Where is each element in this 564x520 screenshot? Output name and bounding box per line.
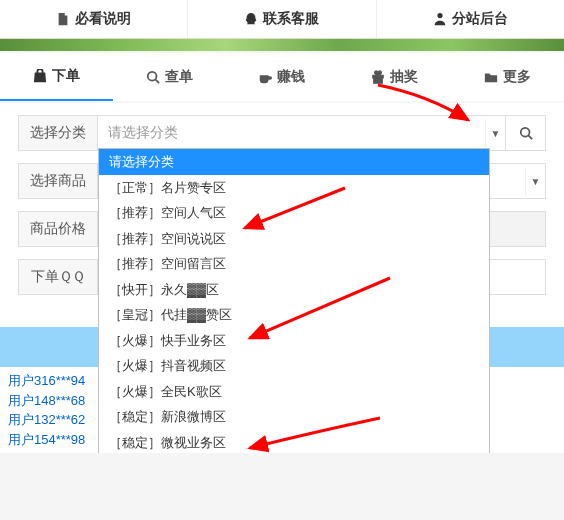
- file-icon: [56, 12, 70, 26]
- dropdown-item[interactable]: ［快开］永久▓▓区: [99, 277, 489, 303]
- contact-label: 联系客服: [263, 10, 319, 28]
- dropdown-item[interactable]: ［稳定］微视业务区: [99, 430, 489, 454]
- notice-button[interactable]: 必看说明: [0, 0, 188, 38]
- tab-lottery[interactable]: 抽奖: [338, 53, 451, 101]
- tab-order[interactable]: 下单: [0, 53, 113, 101]
- dropdown-item[interactable]: ［推荐］空间人气区: [99, 200, 489, 226]
- dropdown-header[interactable]: 请选择分类: [99, 149, 489, 175]
- top-button-bar: 必看说明 联系客服 分站后台: [0, 0, 564, 39]
- search-button[interactable]: [506, 115, 546, 151]
- chevron-down-icon: ▼: [525, 168, 545, 195]
- qq-label: 下单ＱＱ: [18, 259, 98, 295]
- admin-button[interactable]: 分站后台: [377, 0, 564, 38]
- banner-strip: [0, 39, 564, 51]
- dropdown-item[interactable]: ［火爆］全民K歌区: [99, 379, 489, 405]
- search-icon: [146, 70, 160, 84]
- bag-icon: [33, 69, 47, 83]
- row-category: 选择分类 请选择分类 ▼: [18, 115, 546, 151]
- user-icon: [433, 12, 447, 26]
- tab-earn[interactable]: 赚钱: [226, 53, 339, 101]
- tab-check[interactable]: 查单: [113, 53, 226, 101]
- contact-button[interactable]: 联系客服: [188, 0, 376, 38]
- dropdown-item[interactable]: ［稳定］新浪微博区: [99, 404, 489, 430]
- form-panel: 选择分类 请选择分类 ▼ 请选择分类 ［正常］名片赞专区 ［推荐］空间人气区 ［…: [0, 103, 564, 327]
- category-select[interactable]: 请选择分类 ▼: [98, 115, 506, 151]
- tab-check-label: 查单: [165, 68, 193, 86]
- chevron-down-icon: ▼: [485, 120, 505, 147]
- qq-icon: [244, 12, 258, 26]
- dropdown-item[interactable]: ［皇冠］代挂▓▓赞区: [99, 302, 489, 328]
- notice-label: 必看说明: [75, 10, 131, 28]
- category-dropdown[interactable]: 请选择分类 ［正常］名片赞专区 ［推荐］空间人气区 ［推荐］空间说说区 ［推荐］…: [98, 148, 490, 453]
- product-label: 选择商品: [18, 163, 98, 199]
- tab-order-label: 下单: [52, 67, 80, 85]
- tab-more-label: 更多: [503, 68, 531, 86]
- tab-more[interactable]: 更多: [451, 53, 564, 101]
- gift-icon: [371, 70, 385, 84]
- dropdown-item[interactable]: ［火爆］抖音视频区: [99, 353, 489, 379]
- admin-label: 分站后台: [452, 10, 508, 28]
- dropdown-item[interactable]: ［正常］名片赞专区: [99, 175, 489, 201]
- main-tabs: 下单 查单 赚钱 抽奖 更多: [0, 53, 564, 101]
- coffee-icon: [258, 70, 272, 84]
- dropdown-item[interactable]: ［推荐］空间说说区: [99, 226, 489, 252]
- tab-lottery-label: 抽奖: [390, 68, 418, 86]
- dropdown-item[interactable]: ［推荐］空间留言区: [99, 251, 489, 277]
- price-label: 商品价格: [18, 211, 98, 247]
- dropdown-item[interactable]: ［火爆］快手业务区: [99, 328, 489, 354]
- category-label: 选择分类: [18, 115, 98, 151]
- folder-icon: [484, 70, 498, 84]
- tab-earn-label: 赚钱: [277, 68, 305, 86]
- category-display: 请选择分类: [98, 116, 485, 150]
- search-icon: [519, 126, 533, 140]
